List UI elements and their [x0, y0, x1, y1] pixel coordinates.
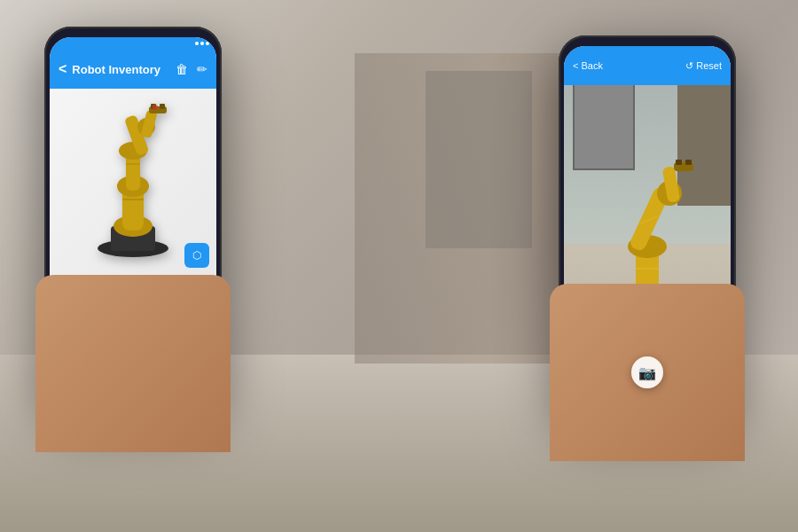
- signal-dot-3: [206, 42, 209, 45]
- svg-rect-26: [676, 160, 682, 165]
- svg-point-13: [153, 105, 158, 110]
- app-bar-right-content: < Back ↺ Reset: [573, 60, 722, 72]
- signal-dot-1: [195, 42, 199, 45]
- hand-left: [35, 275, 231, 452]
- phone-right: < Back ↺ Reset: [550, 27, 754, 443]
- app-bar-right: < Back ↺ Reset: [564, 46, 731, 85]
- app-title-left: Robot Inventory: [72, 63, 170, 76]
- back-button-left[interactable]: <: [59, 61, 66, 77]
- ar-icon: ⬡: [192, 249, 201, 262]
- camera-icon: 📷: [638, 364, 656, 381]
- back-button-right[interactable]: < Back: [573, 60, 603, 71]
- robot-image-area-left: ⬡: [50, 89, 216, 275]
- delete-icon-left[interactable]: 🗑: [176, 62, 188, 76]
- svg-rect-27: [685, 160, 692, 165]
- camera-capture-button[interactable]: 📷: [631, 356, 663, 388]
- ar-button-left[interactable]: ⬡: [184, 243, 209, 268]
- signal-dot-2: [200, 42, 204, 45]
- edit-icon-left[interactable]: ✏: [197, 62, 207, 76]
- warehouse-door: [426, 71, 532, 248]
- reset-button-right[interactable]: ↺ Reset: [685, 60, 722, 72]
- svg-rect-12: [160, 104, 165, 109]
- app-bar-left: < Robot Inventory 🗑 ✏: [50, 50, 216, 89]
- phone-left: < Robot Inventory 🗑 ✏: [27, 18, 231, 434]
- status-bar-left: [50, 37, 216, 50]
- app-bar-icons-left: 🗑 ✏: [176, 62, 207, 76]
- robot-image-left: [71, 102, 195, 262]
- status-dots: [195, 42, 209, 45]
